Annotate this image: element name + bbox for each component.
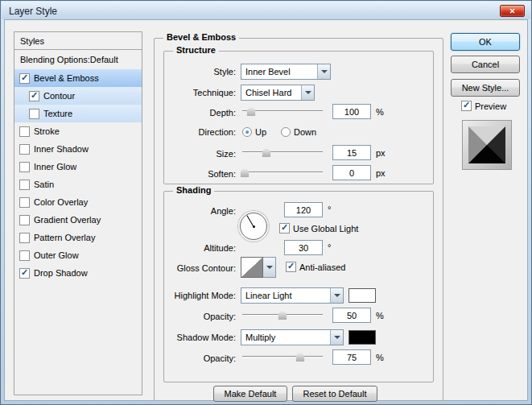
- sidebar-item-label: Inner Glow: [34, 162, 76, 172]
- sidebar-item-blending-options[interactable]: Blending Options:Default: [14, 50, 142, 69]
- bevel-emboss-checkbox[interactable]: ✓: [19, 73, 30, 84]
- soften-unit: px: [376, 168, 386, 178]
- inner-shadow-checkbox[interactable]: [19, 144, 30, 155]
- anti-aliased-checkbox[interactable]: ✓: [286, 262, 296, 272]
- highlight-opacity-slider[interactable]: [242, 309, 323, 320]
- highlight-opacity-input[interactable]: [332, 308, 371, 323]
- inner-glow-checkbox[interactable]: [19, 162, 30, 172]
- depth-slider-thumb[interactable]: [247, 106, 256, 116]
- chevron-down-icon[interactable]: [330, 288, 343, 303]
- style-label: Style:: [146, 67, 236, 76]
- preview-checkbox[interactable]: ✓: [461, 101, 472, 111]
- depth-label: Depth:: [146, 108, 236, 118]
- soften-slider-thumb[interactable]: [241, 167, 250, 177]
- stroke-checkbox[interactable]: [19, 126, 30, 137]
- bevel-preview-graphic: [468, 126, 505, 163]
- chevron-down-icon[interactable]: [263, 257, 276, 278]
- color-overlay-checkbox[interactable]: [19, 197, 30, 208]
- sidebar-item-label: Drop Shadow: [34, 268, 88, 278]
- ok-button[interactable]: OK: [451, 33, 520, 51]
- reset-to-default-label: Reset to Default: [303, 389, 367, 399]
- sidebar-item-label: Gradient Overlay: [34, 215, 101, 225]
- sidebar-item-pattern-overlay[interactable]: Pattern Overlay: [14, 229, 142, 246]
- size-slider[interactable]: [242, 147, 323, 158]
- direction-label: Direction:: [146, 127, 236, 137]
- close-icon: ✕: [509, 7, 516, 15]
- chevron-down-icon[interactable]: [317, 64, 330, 79]
- sidebar-item-stroke[interactable]: Stroke: [14, 122, 142, 140]
- technique-select[interactable]: Chisel Hard: [241, 85, 315, 101]
- highlight-opacity-unit: %: [376, 311, 384, 320]
- gradient-overlay-checkbox[interactable]: [19, 215, 30, 225]
- sidebar-item-texture[interactable]: Texture: [14, 105, 142, 122]
- sidebar-item-satin[interactable]: Satin: [14, 176, 142, 193]
- anti-aliased-label: Anti-aliased: [299, 262, 345, 272]
- pattern-overlay-checkbox[interactable]: [19, 233, 30, 243]
- texture-checkbox[interactable]: [29, 109, 39, 119]
- new-style-button[interactable]: New Style...: [451, 79, 520, 97]
- depth-input[interactable]: [332, 104, 371, 119]
- highlight-opacity-thumb[interactable]: [278, 310, 287, 320]
- angle-dial-center: [253, 225, 255, 228]
- chevron-down-icon[interactable]: [301, 85, 314, 100]
- close-button[interactable]: ✕: [500, 5, 525, 17]
- chevron-down-icon[interactable]: [330, 330, 343, 345]
- angle-dial[interactable]: [240, 213, 267, 240]
- angle-input[interactable]: [284, 202, 323, 217]
- window-title: Layer Style: [9, 6, 57, 17]
- sidebar-item-inner-shadow[interactable]: Inner Shadow: [14, 140, 142, 158]
- reset-to-default-button[interactable]: Reset to Default: [292, 386, 377, 402]
- style-select[interactable]: Inner Bevel: [241, 64, 331, 80]
- use-global-light-checkbox[interactable]: ✓: [279, 223, 290, 233]
- contour-checkbox[interactable]: ✓: [29, 91, 39, 101]
- sidebar-item-drop-shadow[interactable]: ✓ Drop Shadow: [14, 264, 142, 282]
- direction-up-radio[interactable]: [242, 127, 252, 137]
- gloss-contour-thumbnail[interactable]: [241, 257, 263, 278]
- technique-label: Technique:: [146, 88, 236, 97]
- make-default-button[interactable]: Make Default: [213, 386, 287, 402]
- gloss-contour-picker[interactable]: [241, 257, 276, 278]
- size-input[interactable]: [332, 145, 371, 160]
- altitude-label: Altitude:: [146, 243, 236, 253]
- shadow-color-swatch[interactable]: [348, 330, 376, 345]
- shadow-opacity-input[interactable]: [332, 349, 371, 365]
- shadow-opacity-slider[interactable]: [242, 351, 323, 362]
- satin-checkbox[interactable]: [19, 180, 30, 190]
- sidebar-item-outer-glow[interactable]: Outer Glow: [14, 246, 142, 264]
- sidebar-item-contour[interactable]: ✓ Contour: [14, 87, 142, 105]
- style-preview-thumbnail: [462, 120, 512, 170]
- outer-glow-checkbox[interactable]: [19, 250, 30, 261]
- sidebar-item-label: Inner Shadow: [34, 144, 89, 154]
- soften-slider[interactable]: [242, 167, 323, 178]
- blending-options-label: Blending Options:Default: [20, 55, 118, 64]
- sidebar-item-color-overlay[interactable]: Color Overlay: [14, 193, 142, 211]
- sidebar-item-bevel-emboss[interactable]: ✓ Bevel & Emboss: [14, 69, 142, 87]
- direction-down-radio[interactable]: [281, 127, 291, 137]
- size-slider-track[interactable]: [242, 151, 323, 153]
- shading-legend: Shading: [173, 185, 214, 195]
- drop-shadow-checkbox[interactable]: ✓: [19, 268, 30, 279]
- altitude-input[interactable]: [284, 240, 323, 255]
- angle-unit: °: [328, 205, 331, 214]
- sidebar-item-label: Texture: [43, 109, 72, 118]
- sidebar-item-gradient-overlay[interactable]: Gradient Overlay: [14, 211, 142, 229]
- shadow-mode-select[interactable]: Multiply: [241, 329, 344, 345]
- shadow-opacity-track[interactable]: [242, 356, 323, 357]
- sidebar-item-label: Stroke: [34, 126, 60, 136]
- soften-slider-track[interactable]: [242, 172, 323, 173]
- highlight-color-swatch[interactable]: [348, 288, 376, 303]
- soften-input[interactable]: [332, 165, 371, 180]
- styles-header: Styles: [14, 32, 142, 50]
- highlight-mode-select[interactable]: Linear Light: [241, 287, 344, 304]
- shadow-opacity-thumb[interactable]: [296, 352, 305, 362]
- shadow-mode-label: Shadow Mode:: [146, 333, 236, 342]
- size-slider-thumb[interactable]: [262, 147, 271, 157]
- sidebar-item-label: Contour: [43, 91, 75, 101]
- titlebar[interactable]: Layer Style ✕: [2, 2, 530, 19]
- sidebar-item-label: Pattern Overlay: [34, 233, 95, 242]
- sidebar-item-inner-glow[interactable]: Inner Glow: [14, 158, 142, 176]
- altitude-unit: °: [328, 242, 331, 252]
- cancel-button[interactable]: Cancel: [451, 56, 520, 73]
- depth-slider[interactable]: [242, 105, 323, 117]
- check-icon: ✓: [281, 223, 288, 232]
